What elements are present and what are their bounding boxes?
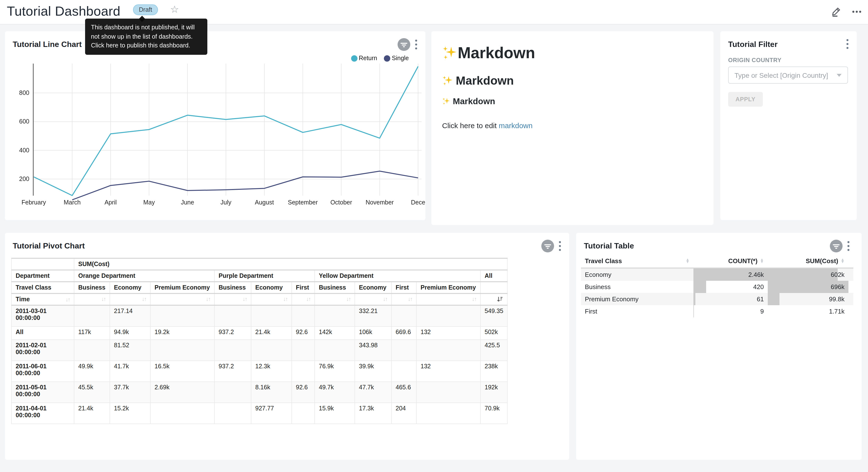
line-chart[interactable]: 200400600800FebruaryMarchAprilMayJuneJul… (5, 61, 426, 212)
pivot-class-header: Economy (355, 282, 392, 293)
pivot-value-cell: 21.4k (251, 326, 292, 340)
pivot-sort-header[interactable]: ↓↑ (214, 293, 251, 305)
chart-kebab-menu-icon[interactable] (847, 240, 850, 252)
filter-kebab-menu-icon[interactable] (846, 38, 849, 50)
pivot-sort-header[interactable]: ↓↑ (292, 293, 315, 305)
pivot-row-label: 2011-03-01 00:00:00 (11, 305, 74, 326)
pivot-row-label: 2011-06-01 00:00:00 (11, 360, 74, 382)
pivot-value-cell: 47.7k (355, 382, 392, 403)
y-axis-tick-label: 200 (19, 175, 29, 182)
pivot-class-header: Economy (251, 282, 292, 293)
pivot-value-cell: 92.6 (292, 382, 315, 403)
table-value-cell: 696k (768, 281, 848, 293)
sort-icon[interactable]: ↓↑ (306, 296, 311, 302)
data-table: Travel Class▲▼COUNT(*)▲▼SUM(Cost)▲▼Econo… (581, 255, 853, 318)
table-value-cell: 2.46k (693, 268, 768, 281)
chevron-down-icon (837, 73, 842, 77)
pivot-value-cell: 49.9k (74, 360, 110, 382)
pivot-value-cell (150, 340, 214, 360)
table-header-sum-cost[interactable]: SUM(Cost)▲▼ (768, 255, 848, 268)
tooltip-text: This dashboard is not published, it will… (91, 24, 195, 49)
pivot-value-cell: 2.69k (150, 382, 214, 403)
legend-label: Single (392, 55, 409, 62)
pivot-value-cell: 92.6 (292, 326, 315, 340)
pivot-row: 2011-04-01 00:00:0021.4k15.2k927.7715.9k… (11, 403, 507, 423)
pivot-row-dimension-header: Travel Class (11, 282, 74, 293)
pivot-sort-header[interactable]: ↓↑ (150, 293, 214, 305)
sort-icon[interactable]: ↓↑ (206, 296, 210, 302)
legend-item[interactable]: Single (384, 55, 409, 62)
pivot-row: 2011-03-01 00:00:00217.14332.21549.35 (11, 305, 507, 326)
chart-kebab-menu-icon[interactable] (415, 39, 417, 50)
table-value-cell: 99.8k (768, 293, 848, 305)
pivot-sort-header[interactable]: ↓↑ (355, 293, 392, 305)
x-axis-tick-label: November (366, 199, 394, 206)
pivot-value-cell (150, 403, 214, 423)
pivot-sort-header[interactable]: ↓↑ (416, 293, 480, 305)
table-header-travel-class[interactable]: Travel Class▲▼ (581, 255, 693, 268)
panel-tutorial-table: Tutorial Table Travel Class▲▼COUNT(*)▲▼S… (576, 233, 862, 460)
pivot-sort-header[interactable]: ↓↑ (110, 293, 150, 305)
sort-icon[interactable]: ↓↑ (346, 296, 351, 302)
table-value-cell: 9 (693, 305, 768, 318)
pivot-sort-header[interactable]: ↓↑ (315, 293, 355, 305)
cross-filter-icon[interactable] (541, 240, 554, 253)
x-axis-tick-label: March (64, 199, 81, 206)
legend-item[interactable]: Return (351, 55, 377, 62)
pivot-value-cell (416, 403, 480, 423)
sort-icon[interactable]: ↓↑ (283, 296, 287, 302)
cross-filter-icon[interactable] (830, 240, 843, 253)
pivot-corner-cell (11, 258, 74, 270)
edit-dashboard-button[interactable] (829, 5, 843, 19)
pivot-sort-header[interactable]: ↓↑ (251, 293, 292, 305)
x-axis-tick-label: June (181, 199, 194, 206)
pivot-sort-header[interactable]: ↓↑ (74, 293, 110, 305)
pivot-value-cell: 17.3k (355, 403, 392, 423)
pivot-value-cell: 465.6 (392, 382, 416, 403)
pivot-value-cell: 217.14 (110, 305, 150, 326)
sort-icon[interactable]: ↓↑ (243, 296, 247, 302)
select-placeholder: Type or Select [Origin Country] (735, 71, 834, 79)
sort-icon[interactable]: ↓↑ (65, 296, 70, 302)
pivot-value-cell: 19.2k (150, 326, 214, 340)
edit-markdown-link[interactable]: markdown (499, 121, 532, 129)
x-axis-tick-label: April (104, 199, 117, 206)
pivot-sort-header[interactable] (480, 293, 507, 305)
pivot-value-cell: 549.35 (480, 305, 507, 326)
draft-badge[interactable]: Draft (133, 4, 158, 15)
chart-kebab-menu-icon[interactable] (558, 240, 561, 252)
cross-filter-icon[interactable] (398, 38, 410, 51)
sort-icon[interactable]: ↓↑ (408, 296, 412, 302)
legend-dot-icon (351, 55, 357, 61)
pivot-value-cell (251, 340, 292, 360)
favorite-star-icon[interactable]: ☆ (170, 3, 179, 15)
pivot-sort-header[interactable]: Time↓↑ (11, 293, 74, 305)
sort-icon[interactable]: ↓↑ (142, 296, 146, 302)
pivot-value-cell (292, 340, 315, 360)
table-value-cell: 420 (693, 281, 768, 293)
series-line-single (72, 171, 418, 200)
table-header-count[interactable]: COUNT(*)▲▼ (693, 255, 768, 268)
apply-button[interactable]: APPLY (728, 92, 763, 107)
sort-icon[interactable]: ↓↑ (383, 296, 387, 302)
y-axis-tick-label: 600 (19, 118, 29, 125)
ellipsis-icon (851, 6, 862, 17)
pivot-value-cell: 49.7k (315, 382, 355, 403)
more-actions-button[interactable] (850, 5, 864, 19)
pivot-value-cell (392, 305, 416, 326)
sort-icon[interactable]: ↓↑ (472, 296, 476, 302)
chart-legend: ReturnSingle (351, 55, 409, 62)
table-row-label: Business (581, 281, 693, 293)
pivot-value-cell: 669.6 (392, 326, 416, 340)
pivot-class-header: First (392, 282, 416, 293)
sort-icon[interactable]: ↓↑ (101, 296, 105, 302)
sparkles-icon (442, 75, 453, 87)
publish-tooltip: This dashboard is not published, it will… (85, 19, 207, 55)
pivot-row-label: 2011-02-01 00:00:00 (11, 340, 74, 360)
pivot-sort-header[interactable]: ↓↑ (392, 293, 416, 305)
pivot-value-cell: 15.9k (315, 403, 355, 423)
panel-tutorial-filter: Tutorial Filter ORIGIN COUNTRY Type or S… (720, 31, 857, 220)
origin-country-select[interactable]: Type or Select [Origin Country] (728, 66, 848, 84)
pivot-value-cell: 927.77 (251, 403, 292, 423)
pivot-row: All117k94.9k19.2k937.221.4k92.6142k106k6… (11, 326, 507, 340)
